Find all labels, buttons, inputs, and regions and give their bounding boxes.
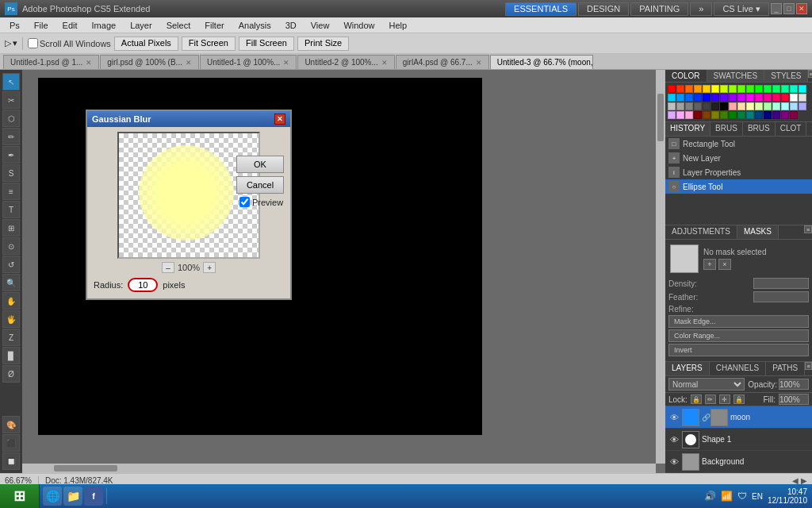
tab-adjustments[interactable]: ADJUSTMENTS [665, 225, 737, 239]
color-swatch[interactable] [711, 102, 719, 110]
tool-bottom-0[interactable]: 🎨 [2, 416, 20, 433]
color-swatch[interactable] [746, 102, 754, 110]
taskbar-folder-icon[interactable]: 📁 [63, 487, 82, 506]
tool-7[interactable]: T [2, 201, 20, 218]
tab-swatches[interactable]: SWATCHES [707, 70, 765, 82]
tool-3[interactable]: ✏ [2, 128, 20, 145]
color-swatch[interactable] [755, 111, 763, 119]
tab-layers[interactable]: LAYERS [665, 362, 710, 375]
fill-input[interactable] [779, 394, 809, 405]
color-swatch[interactable] [668, 111, 676, 119]
color-swatch[interactable] [737, 111, 745, 119]
color-swatch[interactable] [676, 111, 684, 119]
tool-0[interactable]: ↖ [2, 73, 20, 90]
color-swatch[interactable] [703, 85, 710, 93]
volume-icon[interactable]: 🔊 [704, 491, 716, 502]
feather-input[interactable] [753, 291, 809, 302]
opacity-input[interactable] [779, 379, 809, 390]
document-tab-1[interactable]: girl.psd @ 100% (B...✕ [100, 55, 199, 69]
painting-btn[interactable]: PAINTING [630, 2, 688, 16]
zoom-in-btn[interactable]: + [203, 262, 216, 273]
taskbar-fb-icon[interactable]: f [84, 487, 103, 506]
color-swatch[interactable] [694, 111, 702, 119]
color-swatch[interactable] [720, 102, 728, 110]
fill-screen-btn[interactable]: Fill Screen [239, 37, 294, 51]
color-swatch[interactable] [703, 102, 710, 110]
more-btn[interactable]: » [690, 2, 712, 16]
tool-4[interactable]: ✒ [2, 146, 20, 164]
scroll-all-windows-check[interactable] [28, 38, 38, 48]
tab-styles[interactable]: STYLES [764, 70, 808, 82]
color-swatch[interactable] [746, 111, 754, 119]
ok-btn[interactable]: OK [236, 156, 284, 173]
cancel-btn[interactable]: Cancel [236, 176, 284, 194]
tool-11[interactable]: 🔍 [2, 274, 20, 291]
lock-all-btn[interactable]: 🔒 [733, 394, 745, 404]
document-tab-3[interactable]: Untitled-2 @ 100%...✕ [297, 55, 394, 69]
tool-8[interactable]: ⊞ [2, 219, 20, 237]
document-tab-0[interactable]: Untitled-1.psd @ 1...✕ [3, 55, 99, 69]
add-mask-btn[interactable]: + [703, 259, 716, 270]
vertical-scrollbar[interactable] [656, 70, 665, 464]
color-swatch[interactable] [764, 85, 772, 93]
color-swatch[interactable] [694, 94, 702, 102]
layer-item-1[interactable]: 👁 Shape 1 [665, 429, 812, 451]
close-btn[interactable]: ✕ [796, 3, 807, 14]
color-swatch[interactable] [737, 85, 745, 93]
color-swatch[interactable] [737, 102, 745, 110]
tab-color[interactable]: COLOR [665, 70, 707, 82]
color-swatch[interactable] [737, 94, 745, 102]
tool-9[interactable]: ⊙ [2, 237, 20, 255]
tab-more[interactable]: » [806, 122, 812, 136]
color-swatch[interactable] [711, 94, 719, 102]
layer-visibility-0[interactable]: 👁 [668, 413, 680, 422]
taskbar-ie-icon[interactable]: 🌐 [43, 487, 62, 506]
color-swatch[interactable] [746, 85, 754, 93]
essentials-btn[interactable]: ESSENTIALS [505, 2, 576, 16]
color-swatch[interactable] [694, 85, 702, 93]
tool-6[interactable]: ≡ [2, 183, 20, 200]
tool-1[interactable]: ✂ [2, 91, 20, 109]
color-swatch[interactable] [720, 85, 728, 93]
color-swatch[interactable] [685, 111, 693, 119]
tab-channels[interactable]: CHANNELS [710, 362, 766, 375]
menu-layer[interactable]: Layer [124, 19, 159, 32]
lock-pixels-btn[interactable]: ✏ [705, 394, 716, 404]
density-input[interactable] [753, 278, 809, 289]
menu-help[interactable]: Help [383, 19, 414, 32]
menu-filter[interactable]: Filter [198, 19, 230, 32]
color-swatch[interactable] [729, 94, 737, 102]
layers-panel-collapse[interactable]: ≡ [805, 362, 812, 370]
color-swatch[interactable] [790, 102, 798, 110]
layer-item-0[interactable]: 👁 🔗 moon [665, 406, 812, 429]
tool-bottom-1[interactable]: ⬛ [2, 434, 20, 452]
preview-checkbox[interactable] [239, 197, 250, 207]
document-tab-5[interactable]: Untitled-3 @ 66.7% (moon, RGB/8) *✕ [490, 55, 593, 69]
tool-13[interactable]: 🖐 [2, 310, 20, 328]
color-swatch[interactable] [676, 94, 684, 102]
color-swatch[interactable] [781, 85, 789, 93]
lock-position-btn[interactable]: ✛ [719, 394, 730, 404]
tab-brushes2[interactable]: BRUS [743, 122, 776, 136]
menu-window[interactable]: Window [337, 19, 381, 32]
color-swatch[interactable] [781, 111, 789, 119]
color-swatch[interactable] [720, 111, 728, 119]
fit-screen-btn[interactable]: Fit Screen [182, 37, 236, 51]
history-item-3[interactable]: ○ Ellipse Tool [665, 179, 812, 194]
document-tab-4[interactable]: girlA4.psd @ 66.7...✕ [396, 55, 489, 69]
tab-paths[interactable]: PATHS [766, 362, 805, 375]
antivirus-icon[interactable]: 🛡 [737, 491, 747, 502]
color-swatch[interactable] [764, 94, 772, 102]
lock-transparency-btn[interactable]: 🔒 [691, 394, 702, 404]
blend-mode-select[interactable]: Normal Multiply Screen [668, 378, 745, 391]
menu-3d[interactable]: 3D [279, 19, 303, 32]
tool-15[interactable]: ▉ [2, 347, 20, 364]
tab-clot[interactable]: CLOT [776, 122, 807, 136]
mask-edge-btn[interactable]: Mask Edge... [668, 315, 809, 328]
color-swatch[interactable] [703, 111, 710, 119]
minimize-btn[interactable]: _ [771, 3, 782, 14]
color-swatch[interactable] [772, 85, 780, 93]
color-range-btn[interactable]: Color Range... [668, 329, 809, 342]
zoom-out-btn[interactable]: – [162, 262, 174, 273]
color-swatch[interactable] [729, 85, 737, 93]
